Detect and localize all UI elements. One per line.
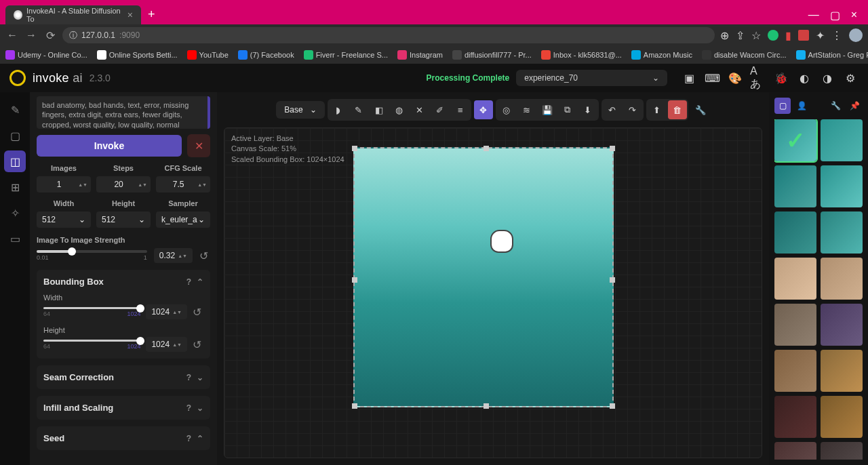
help-icon[interactable]: ? xyxy=(186,277,191,287)
ext-icon-2[interactable]: ▮ xyxy=(785,29,791,42)
copy-icon[interactable]: ⧉ xyxy=(558,100,577,119)
move-tool[interactable]: ✥ xyxy=(474,100,493,119)
model-select[interactable]: experience_70 ⌄ xyxy=(516,70,667,86)
gallery-thumb[interactable] xyxy=(774,350,816,392)
url-bar[interactable]: ⓘ 127.0.0.1:9090 xyxy=(62,27,715,43)
bb-height-input[interactable]: 1024▲▼ xyxy=(146,337,187,352)
canvas-image[interactable] xyxy=(353,147,614,407)
menu-icon[interactable]: ⋮ xyxy=(831,29,842,42)
bookmark-item[interactable]: Amazon Music xyxy=(631,50,692,60)
results-tab[interactable]: ▢ xyxy=(774,98,791,114)
resize-handle[interactable] xyxy=(610,403,615,409)
images-input[interactable]: 1▲▼ xyxy=(37,176,91,193)
bb-height-slider[interactable] xyxy=(43,340,140,342)
gallery-thumb[interactable] xyxy=(774,396,816,438)
bookmark-item[interactable]: Udemy - Online Co... xyxy=(5,50,87,60)
gallery-thumb[interactable] xyxy=(821,396,863,438)
gallery-thumb[interactable] xyxy=(774,442,816,460)
maximize-icon[interactable]: ▢ xyxy=(830,9,840,22)
wrench-icon[interactable]: 🔧 xyxy=(691,100,710,119)
minimize-icon[interactable]: — xyxy=(808,9,819,22)
redo-icon[interactable]: ↷ xyxy=(623,100,642,119)
share-icon[interactable]: ⇪ xyxy=(736,29,745,42)
reset-icon[interactable]: ↺ xyxy=(199,249,210,262)
gallery-thumb[interactable] xyxy=(774,304,816,346)
gallery-thumb[interactable] xyxy=(821,442,863,460)
bookmark-item[interactable]: Online Sports Betti... xyxy=(97,50,178,60)
trash-icon[interactable]: 🗑 xyxy=(668,100,687,119)
mask-icon[interactable]: ◗ xyxy=(329,100,348,119)
postprocess-tab[interactable]: ✧ xyxy=(4,202,26,224)
resize-handle[interactable] xyxy=(484,146,489,151)
bb-width-slider[interactable] xyxy=(43,307,140,309)
text-icon[interactable]: Aあ xyxy=(750,70,766,86)
expand-icon[interactable]: ⌄ xyxy=(197,373,203,382)
info-icon[interactable]: ⓘ xyxy=(69,30,77,41)
bookmark-item[interactable]: (7) Facebook xyxy=(238,50,294,60)
bug-icon[interactable]: 🐞 xyxy=(773,70,789,86)
gallery-thumb[interactable] xyxy=(821,165,863,207)
bookmark-item[interactable]: disable Wacom Circ... xyxy=(702,50,787,60)
star-icon[interactable]: ☆ xyxy=(751,29,761,42)
reload-icon[interactable]: ⟳ xyxy=(43,28,57,42)
back-icon[interactable]: ← xyxy=(5,28,19,42)
gallery-thumb[interactable] xyxy=(774,165,816,207)
clear-icon[interactable]: ✕ xyxy=(410,100,429,119)
steps-input[interactable]: 20▲▼ xyxy=(96,176,151,193)
img2img-tab[interactable]: ▢ xyxy=(4,125,26,146)
download-icon[interactable]: ⬇ xyxy=(578,100,597,119)
cfg-input[interactable]: 7.5▲▼ xyxy=(156,176,210,193)
upload-icon[interactable]: ⬆ xyxy=(648,100,667,119)
gallery-thumb[interactable] xyxy=(821,211,863,254)
bookmark-item[interactable]: ArtStation - Greg R... xyxy=(796,50,868,60)
gallery-thumb[interactable]: ✓ xyxy=(774,119,816,161)
close-window-icon[interactable]: × xyxy=(851,9,857,22)
bb-width-input[interactable]: 1024▲▼ xyxy=(146,304,187,319)
pin-icon[interactable]: 📌 xyxy=(846,98,863,114)
picker-icon[interactable]: ✐ xyxy=(431,100,450,119)
strength-input[interactable]: 0.32▲▼ xyxy=(154,248,193,263)
close-icon[interactable]: × xyxy=(127,9,133,20)
gallery-thumb[interactable] xyxy=(821,119,863,161)
canvas-tab[interactable]: ◫ xyxy=(4,150,26,172)
sampler-select[interactable]: k_euler_a⌄ xyxy=(156,211,210,228)
bookmark-item[interactable]: Instagram xyxy=(397,50,443,60)
layers-icon[interactable]: ≋ xyxy=(517,100,536,119)
height-select[interactable]: 512⌄ xyxy=(96,211,151,228)
gear-icon[interactable]: ⚙ xyxy=(842,70,859,86)
gallery-thumb[interactable] xyxy=(821,304,863,346)
nodes-tab[interactable]: ⊞ xyxy=(4,176,26,198)
undo-icon[interactable]: ↶ xyxy=(603,100,622,119)
resize-handle[interactable] xyxy=(610,146,615,151)
keyboard-icon[interactable]: ⌨ xyxy=(704,70,720,86)
discord-icon[interactable]: ◑ xyxy=(819,70,835,86)
resize-handle[interactable] xyxy=(610,277,615,283)
browser-tab[interactable]: InvokeAI - A Stable Diffusion To × xyxy=(5,5,141,24)
resize-handle[interactable] xyxy=(352,277,357,283)
strength-slider[interactable] xyxy=(37,250,147,253)
collapse-icon[interactable]: ⌃ xyxy=(197,277,203,287)
palette-icon[interactable]: 🎨 xyxy=(727,70,743,86)
bookmark-item[interactable]: Inbox - klk56831@... xyxy=(541,50,622,60)
bookmark-item[interactable]: diffusionfill777 - Pr... xyxy=(452,50,532,60)
gallery-settings-icon[interactable]: 🔧 xyxy=(827,98,844,114)
brush-icon[interactable]: ✎ xyxy=(349,100,368,119)
bookmark-item[interactable]: Fiverr - Freelance S... xyxy=(304,50,388,60)
eraser-icon[interactable]: ◧ xyxy=(370,100,389,119)
resize-handle[interactable] xyxy=(484,403,489,409)
layer-select[interactable]: Base⌄ xyxy=(276,101,324,119)
ext-icon-3[interactable] xyxy=(798,30,809,41)
forward-icon[interactable]: → xyxy=(24,28,38,42)
help-icon[interactable]: ? xyxy=(186,403,191,413)
center-icon[interactable]: ◎ xyxy=(497,100,516,119)
txt2img-tab[interactable]: ✎ xyxy=(4,99,26,121)
canvas-viewport[interactable]: Active Layer: Base Canvas Scale: 51% Sca… xyxy=(224,127,762,458)
gallery-thumb[interactable] xyxy=(774,258,816,300)
user-tab[interactable]: 👤 xyxy=(793,98,810,114)
collapse-icon[interactable]: ⌃ xyxy=(197,434,203,443)
resize-handle[interactable] xyxy=(352,146,357,151)
reset-icon[interactable]: ↺ xyxy=(193,306,203,319)
reset-icon[interactable]: ↺ xyxy=(193,338,203,351)
invoke-button[interactable]: Invoke xyxy=(37,135,182,157)
list-icon[interactable]: ≡ xyxy=(451,100,470,119)
